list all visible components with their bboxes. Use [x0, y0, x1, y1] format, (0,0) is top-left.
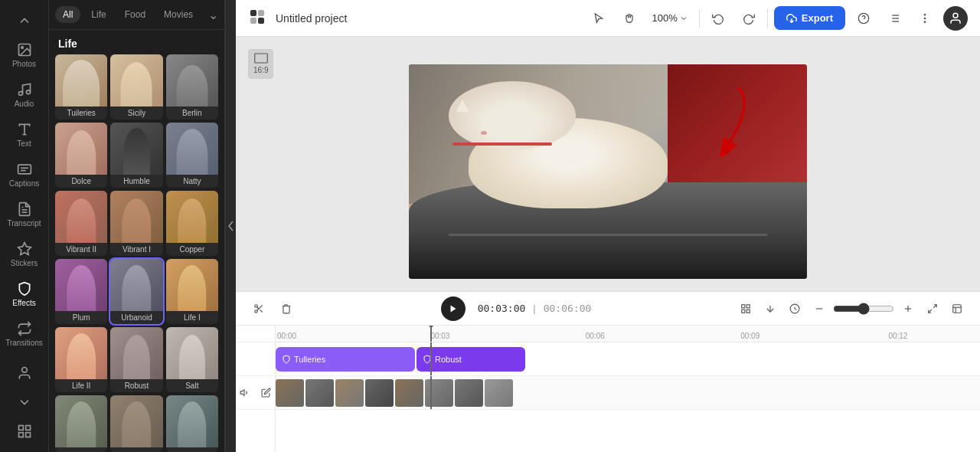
ruler-mark-4: 00:12	[888, 332, 907, 342]
sidebar-item-captions[interactable]: Captions	[0, 156, 48, 194]
sidebar-effects-label: Effects	[12, 299, 35, 307]
video-thumb-7[interactable]	[455, 379, 483, 407]
list-item[interactable]: Plum	[55, 259, 107, 324]
tab-all[interactable]: All	[55, 6, 80, 23]
list-item[interactable]	[166, 395, 218, 452]
video-thumb-8[interactable]	[485, 379, 513, 407]
redo-button[interactable]	[737, 6, 761, 31]
list-item[interactable]: Life I	[166, 259, 218, 324]
list-item[interactable]: Berlin	[166, 54, 218, 120]
help-button[interactable]	[851, 6, 876, 31]
list-item[interactable]: Urbanoid	[110, 259, 162, 324]
tab-life[interactable]: Life	[83, 6, 113, 23]
timeline-split-button[interactable]	[760, 298, 781, 319]
list-item[interactable]: Humble	[110, 123, 162, 188]
svg-rect-20	[258, 18, 264, 24]
video-thumb-3[interactable]	[335, 379, 364, 407]
list-item[interactable]	[55, 395, 107, 452]
sidebar-item-effects[interactable]: Effects	[0, 275, 48, 313]
timeline-grid-button[interactable]	[735, 298, 756, 319]
tab-movies[interactable]: Movies	[156, 6, 201, 23]
sidebar-item-text[interactable]: Text	[0, 116, 48, 154]
svg-rect-55	[953, 304, 962, 313]
list-item[interactable]: Salt	[166, 327, 218, 392]
list-item[interactable]: Vibrant II	[55, 191, 107, 256]
list-item[interactable]: Natty	[166, 123, 218, 188]
panel-tabs: All Life Food Movies ⌄	[49, 0, 224, 30]
sidebar-item-photos[interactable]: Photos	[0, 36, 48, 74]
tulleries-clip[interactable]: Tulleries	[276, 347, 415, 372]
ruler-mark-1: 00:03	[430, 332, 449, 342]
effect-label: Natty	[166, 175, 218, 188]
video-thumb-6[interactable]	[425, 379, 453, 407]
panel-collapse-button[interactable]	[225, 0, 236, 452]
sidebar-item-audio[interactable]: Audio	[0, 76, 48, 114]
zoom-control[interactable]: 100%	[648, 9, 693, 27]
app-logo[interactable]	[248, 8, 266, 29]
play-button[interactable]	[441, 296, 466, 321]
export-button[interactable]: Export	[774, 6, 845, 30]
effect-label: Vibrant I	[110, 243, 162, 256]
timeline-layout-button[interactable]	[946, 298, 968, 319]
sidebar-transcript-label: Transcript	[7, 219, 41, 228]
svg-point-36	[255, 304, 258, 307]
svg-marker-58	[240, 390, 244, 396]
topbar-tools: 100% Export	[586, 6, 968, 31]
list-item[interactable]: Tuileries	[55, 54, 107, 120]
timeline-zoom-out-button[interactable]	[808, 298, 830, 319]
svg-line-49	[795, 309, 796, 310]
timeline-fullscreen-button[interactable]	[922, 298, 943, 319]
timeline-speed-button[interactable]	[784, 298, 805, 319]
list-item[interactable]	[110, 395, 162, 452]
edit-button[interactable]	[257, 382, 276, 404]
robust-clip[interactable]: Robust	[416, 347, 525, 372]
sidebar-item-library[interactable]	[0, 418, 48, 445]
sidebar-item-transitions[interactable]: Transitions	[0, 315, 48, 353]
sidebar-item-stickers[interactable]: Stickers	[0, 235, 48, 273]
list-item[interactable]: Robust	[110, 327, 162, 392]
effect-label: Copper	[166, 243, 218, 256]
svg-line-53	[933, 304, 936, 307]
svg-rect-17	[250, 10, 256, 16]
svg-line-39	[260, 310, 262, 312]
video-track	[276, 376, 980, 410]
playhead[interactable]	[430, 326, 432, 342]
svg-point-30	[924, 14, 925, 15]
delete-tool-button[interactable]	[276, 298, 297, 319]
undo-button[interactable]	[706, 6, 730, 31]
volume-button[interactable]	[236, 382, 254, 404]
svg-marker-41	[450, 305, 456, 312]
video-thumb-4[interactable]	[365, 379, 394, 407]
sidebar-item-account[interactable]	[0, 359, 48, 387]
effect-label: Plum	[55, 311, 107, 324]
list-item[interactable]: Sicily	[110, 54, 162, 120]
video-thumb-2[interactable]	[305, 379, 334, 407]
svg-point-2	[18, 92, 22, 96]
zoom-slider[interactable]	[833, 303, 894, 315]
track-control-empty	[236, 326, 275, 342]
tab-food[interactable]: Food	[117, 6, 153, 23]
avatar[interactable]	[943, 6, 968, 31]
select-tool-button[interactable]	[586, 6, 611, 31]
svg-point-33	[953, 13, 958, 18]
playhead-line-video	[430, 376, 432, 409]
queue-button[interactable]	[882, 6, 906, 31]
hand-tool-button[interactable]	[617, 6, 642, 31]
sidebar-item-transcript[interactable]: Transcript	[0, 195, 48, 234]
sidebar-item-collapse[interactable]	[0, 7, 48, 34]
list-item[interactable]: Vibrant I	[110, 191, 162, 256]
list-item[interactable]: Dolce	[55, 123, 107, 188]
list-item[interactable]: Life II	[55, 327, 107, 392]
svg-rect-43	[746, 304, 750, 307]
tab-more-button[interactable]: ⌄	[208, 8, 218, 22]
video-thumb-5[interactable]	[395, 379, 423, 407]
list-item[interactable]: Copper	[166, 191, 218, 256]
more-button[interactable]	[913, 6, 937, 31]
sidebar-item-expand[interactable]	[0, 388, 48, 416]
sidebar-audio-label: Audio	[15, 100, 34, 108]
video-thumb-1[interactable]	[276, 379, 304, 407]
timeline-toolbar: 00:03:00 | 00:06:00	[236, 292, 980, 326]
cut-tool-button[interactable]	[248, 298, 270, 319]
timeline-zoom-in-button[interactable]	[897, 298, 919, 319]
timeline-right-tools	[735, 298, 968, 319]
